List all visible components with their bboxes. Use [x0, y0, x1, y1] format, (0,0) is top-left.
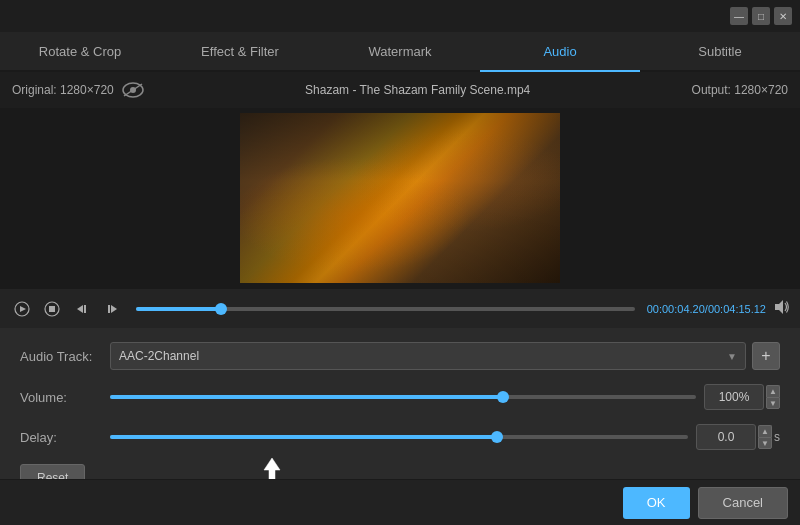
output-resolution: Output: 1280×720: [692, 83, 788, 97]
volume-slider[interactable]: [110, 395, 696, 399]
delay-input[interactable]: 0.0: [696, 424, 756, 450]
tab-effect-filter[interactable]: Effect & Filter: [160, 32, 320, 72]
tab-watermark[interactable]: Watermark: [320, 32, 480, 72]
eye-icon[interactable]: [122, 82, 144, 98]
volume-label: Volume:: [20, 390, 110, 405]
svg-rect-10: [108, 305, 110, 313]
volume-row: Volume: 100% ▲ ▼: [20, 384, 780, 410]
tab-audio[interactable]: Audio: [480, 32, 640, 72]
svg-marker-11: [775, 300, 783, 314]
add-audio-track-button[interactable]: +: [752, 342, 780, 370]
video-frame: [240, 113, 560, 283]
volume-button[interactable]: [772, 299, 790, 318]
svg-marker-7: [77, 305, 83, 313]
svg-rect-6: [49, 306, 55, 312]
tab-subtitle[interactable]: Subtitle: [640, 32, 800, 72]
tab-rotate-crop[interactable]: Rotate & Crop: [0, 32, 160, 72]
audio-track-row: Audio Track: AAC-2Channel ▼ +: [20, 342, 780, 370]
progress-fill: [136, 307, 221, 311]
minimize-button[interactable]: —: [730, 7, 748, 25]
title-bar: — □ ✕: [0, 0, 800, 32]
svg-marker-9: [111, 305, 117, 313]
svg-rect-8: [84, 305, 86, 313]
dropdown-arrow-icon: ▼: [727, 351, 737, 362]
maximize-button[interactable]: □: [752, 7, 770, 25]
ok-button[interactable]: OK: [623, 487, 690, 519]
delay-fill: [110, 435, 497, 439]
volume-up-button[interactable]: ▲: [766, 385, 780, 397]
stop-button[interactable]: [40, 297, 64, 321]
filename: Shazam - The Shazam Family Scene.mp4: [305, 83, 530, 97]
delay-up-button[interactable]: ▲: [758, 425, 772, 437]
skip-forward-button[interactable]: [100, 297, 124, 321]
svg-marker-4: [20, 306, 26, 312]
delay-label: Delay:: [20, 430, 110, 445]
delay-row: Delay: 0.0 ▲ ▼ s: [20, 424, 780, 450]
volume-fill: [110, 395, 503, 399]
video-thumbnail: [240, 113, 560, 283]
volume-down-button[interactable]: ▼: [766, 397, 780, 409]
svg-line-2: [124, 84, 142, 96]
info-bar: Original: 1280×720 Shazam - The Shazam F…: [0, 72, 800, 108]
play-button[interactable]: [10, 297, 34, 321]
close-button[interactable]: ✕: [774, 7, 792, 25]
progress-bar[interactable]: [136, 307, 635, 311]
skip-back-button[interactable]: [70, 297, 94, 321]
audio-panel: Audio Track: AAC-2Channel ▼ + Volume: 10…: [0, 328, 800, 502]
bottom-action-bar: OK Cancel: [0, 479, 800, 525]
audio-track-label: Audio Track:: [20, 349, 110, 364]
delay-slider[interactable]: [110, 435, 688, 439]
delay-thumb[interactable]: [491, 431, 503, 443]
original-resolution: Original: 1280×720: [12, 83, 114, 97]
tab-bar: Rotate & Crop Effect & Filter Watermark …: [0, 32, 800, 72]
progress-thumb[interactable]: [215, 303, 227, 315]
playback-controls: 00:00:04.20/00:04:15.12: [0, 288, 800, 328]
audio-track-dropdown[interactable]: AAC-2Channel ▼: [110, 342, 746, 370]
time-display: 00:00:04.20/00:04:15.12: [647, 303, 766, 315]
delay-down-button[interactable]: ▼: [758, 437, 772, 449]
volume-input[interactable]: 100%: [704, 384, 764, 410]
delay-unit: s: [774, 430, 780, 444]
cancel-button[interactable]: Cancel: [698, 487, 788, 519]
video-preview-area: [0, 108, 800, 288]
volume-thumb[interactable]: [497, 391, 509, 403]
